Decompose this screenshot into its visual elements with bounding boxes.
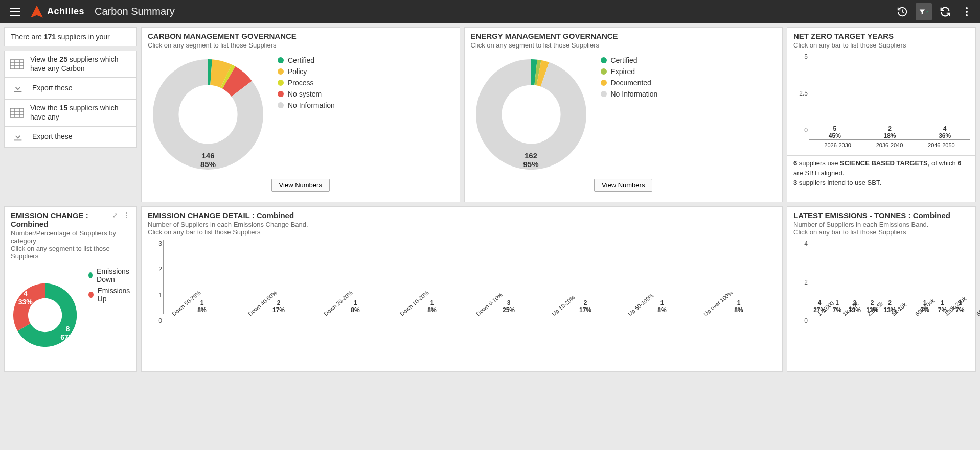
- legend-label: Policy: [288, 67, 307, 76]
- svg-point-1: [966, 11, 968, 13]
- refresh-icon[interactable]: [937, 4, 953, 20]
- legend-label: No system: [288, 90, 322, 98]
- legend-label: Emissions Down: [97, 267, 131, 283]
- y-axis: 3210: [147, 240, 162, 324]
- donut-center-label: 14685%: [147, 151, 269, 169]
- legend-swatch: [601, 80, 607, 86]
- carbon-gov-title: CARBON MANAGEMENT GOVERNANCE: [148, 32, 453, 40]
- energy-gov-title: ENERGY MANAGEMENT GOVERNANCE: [471, 32, 777, 40]
- legend-swatch: [601, 68, 607, 75]
- export-link[interactable]: Export these: [4, 78, 137, 99]
- legend-swatch: [601, 57, 607, 63]
- page-title: Carbon Summary: [95, 6, 175, 17]
- net-zero-title: NET ZERO TARGET YEARS: [793, 32, 969, 40]
- legend-label: Certified: [288, 56, 314, 64]
- legend-label: Emissions Up: [98, 287, 131, 303]
- brand-logo: Achilles: [31, 6, 84, 18]
- view-link[interactable]: View the 15 suppliers which have any: [4, 99, 137, 126]
- legend-item[interactable]: Process: [278, 79, 454, 87]
- legend-label: No Information: [288, 101, 335, 109]
- history-icon[interactable]: [894, 4, 910, 20]
- svg-rect-3: [10, 60, 24, 69]
- legend-label: Certified: [611, 56, 637, 64]
- legend-swatch: [278, 68, 284, 75]
- y-axis: 420: [792, 240, 808, 324]
- net-zero-sub: Click on any bar to list those Suppliers: [793, 41, 969, 49]
- legend-item[interactable]: Certified: [601, 56, 778, 64]
- latest-emissions-card: LATEST EMISSIONS - TONNES : Combined Num…: [787, 206, 976, 372]
- emdetail-sub1: Number of Suppliers in each Emissions Ch…: [148, 221, 776, 228]
- donut-slice-label: 867%: [60, 325, 75, 341]
- svg-rect-4: [10, 108, 24, 117]
- filter-icon[interactable]: [916, 3, 932, 20]
- legend-label: Process: [288, 79, 314, 87]
- bar-label: 5 45%: [812, 125, 857, 139]
- view-numbers-button[interactable]: View Numbers: [594, 179, 652, 192]
- emdetail-sub2: Click on any bar to list those Suppliers: [148, 228, 776, 236]
- legend-item[interactable]: Expired: [601, 67, 778, 76]
- y-axis: 52.50: [792, 53, 808, 134]
- menu-icon[interactable]: [7, 4, 24, 20]
- link-label: View the 25 suppliers which have any Car…: [30, 55, 131, 73]
- emchange-sub2: Click on any segment to list those Suppl…: [11, 245, 130, 260]
- bar-label: 2 18%: [868, 125, 913, 139]
- supplier-count-summary: There are 171 suppliers in your: [4, 27, 137, 46]
- download-icon: [10, 131, 26, 143]
- legend-item[interactable]: No Information: [601, 90, 778, 98]
- legend-item[interactable]: No system: [278, 90, 454, 98]
- legend-label: No Information: [611, 90, 658, 98]
- net-zero-footer: 6 suppliers use SCIENCE BASED TARGETS, o…: [787, 155, 975, 193]
- latest-sub1: Number of Suppliers in each Emissions Ba…: [793, 221, 969, 228]
- net-zero-bar-chart[interactable]: 52.505 45%2 18%4 36%2026-20302036-204020…: [792, 53, 970, 148]
- emdetail-title: EMISSION CHANGE DETAIL : Combined: [148, 211, 776, 220]
- x-axis-labels: 1-1,0001k-2.5k2.5k-5k5k-10k50k-100k100k-…: [809, 314, 970, 339]
- carbon-governance-card: CARBON MANAGEMENT GOVERNANCE Click on an…: [141, 27, 460, 202]
- x-axis-labels: Down 50-75%Down 40-50%Down 20-30%Down 10…: [163, 314, 777, 339]
- link-label: Export these: [32, 84, 73, 93]
- legend-swatch: [88, 272, 93, 278]
- bar-label: 4 36%: [922, 125, 967, 139]
- legend-swatch: [601, 91, 607, 97]
- energy-gov-donut[interactable]: 16295%: [470, 53, 592, 176]
- legend-swatch: [278, 91, 284, 97]
- net-zero-card: NET ZERO TARGET YEARS Click on any bar t…: [787, 27, 976, 202]
- more-icon[interactable]: [959, 4, 975, 20]
- export-link[interactable]: Export these: [4, 126, 137, 148]
- emission-change-detail-card: EMISSION CHANGE DETAIL : Combined Number…: [141, 206, 783, 372]
- link-label: Export these: [32, 132, 73, 141]
- legend-label: Documented: [611, 79, 651, 87]
- legend-item[interactable]: No Information: [278, 101, 454, 109]
- svg-point-0: [966, 7, 968, 9]
- donut-center-label: 16295%: [470, 151, 592, 169]
- emission-detail-bar-chart[interactable]: 32101 8%2 17%1 8%1 8%3 25%2 17%1 8%1 8%D…: [147, 240, 777, 339]
- view-link[interactable]: View the 25 suppliers which have any Car…: [4, 51, 137, 78]
- latest-emissions-bar-chart[interactable]: 4204 27%1 7%2 13%2 13%2 13%3 20%1 7%1 7%…: [792, 240, 970, 339]
- latest-title: LATEST EMISSIONS - TONNES : Combined: [793, 211, 969, 220]
- grid-icon: [10, 58, 24, 70]
- bar-plot: 5 45%2 18%4 36%: [809, 53, 970, 140]
- card-more-icon[interactable]: ⋮: [123, 211, 130, 219]
- legend-item[interactable]: Policy: [278, 67, 454, 76]
- brand-name: Achilles: [47, 6, 84, 17]
- legend-item[interactable]: Certified: [278, 56, 454, 64]
- grid-icon: [10, 107, 24, 119]
- emchange-sub1: Number/Percentage of Suppliers by catego…: [11, 229, 130, 245]
- legend-swatch: [278, 80, 284, 86]
- legend-label: Expired: [611, 67, 635, 76]
- carbon-gov-donut[interactable]: 14685%: [147, 53, 269, 176]
- emission-change-card: ⤢ ⋮ EMISSION CHANGE : Combined Number/Pe…: [4, 206, 137, 372]
- emission-change-donut[interactable]: 867%433%: [10, 264, 80, 366]
- donut-slice-label: 433%: [18, 290, 33, 306]
- energy-gov-sub: Click on any segment to list those Suppl…: [471, 41, 777, 49]
- legend-swatch: [278, 57, 284, 63]
- link-label: View the 15 suppliers which have any: [30, 104, 131, 122]
- view-numbers-button[interactable]: View Numbers: [271, 179, 330, 192]
- legend-item[interactable]: Documented: [601, 79, 778, 87]
- latest-sub2: Click on any bar to list those Suppliers: [793, 228, 969, 236]
- expand-icon[interactable]: ⤢: [112, 211, 118, 219]
- energy-governance-card: ENERGY MANAGEMENT GOVERNANCE Click on an…: [464, 27, 783, 202]
- achilles-logo-icon: [31, 6, 43, 18]
- left-panel: There are 171 suppliers in your View the…: [4, 27, 137, 202]
- legend-swatch: [278, 102, 284, 108]
- energy-gov-legend: CertifiedExpiredDocumentedNo Information: [601, 53, 778, 101]
